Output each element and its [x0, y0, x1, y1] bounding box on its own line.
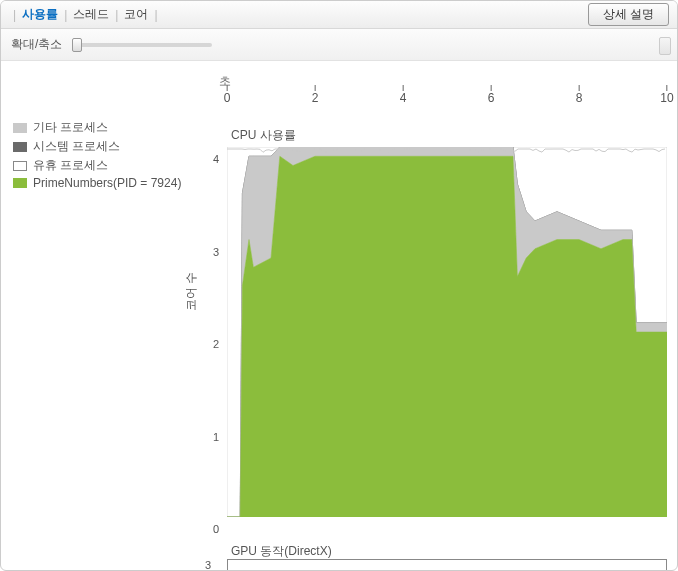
- xtick: 6: [488, 85, 495, 105]
- legend-item-idle: 유휴 프로세스: [13, 157, 203, 174]
- gpu-chart: GPU 동작(DirectX) 3: [219, 543, 667, 571]
- xaxis-ticks: 0246810: [227, 85, 667, 103]
- gpu-chart-title: GPU 동작(DirectX): [231, 543, 332, 560]
- tab-usage[interactable]: 사용률: [20, 4, 60, 25]
- legend-swatch-prime: [13, 178, 27, 188]
- tab-separator: |: [9, 8, 20, 22]
- content-area: 기타 프로세스 시스템 프로세스 유휴 프로세스 PrimeNumbers(PI…: [1, 61, 677, 570]
- xtick: 0: [224, 85, 231, 105]
- xtick: 8: [576, 85, 583, 105]
- yaxis-ticks: 01234: [205, 147, 219, 517]
- tab-separator: |: [111, 8, 122, 22]
- cpu-chart-title: CPU 사용률: [231, 127, 296, 144]
- legend-swatch-system: [13, 142, 27, 152]
- ytick: 1: [205, 431, 219, 443]
- legend: 기타 프로세스 시스템 프로세스 유휴 프로세스 PrimeNumbers(PI…: [13, 119, 203, 192]
- toolbar: | 사용률 | 스레드 | 코어 | 상세 설명: [1, 1, 677, 29]
- legend-item-system: 시스템 프로세스: [13, 138, 203, 155]
- legend-swatch-idle: [13, 161, 27, 171]
- gpu-plot-svg: [228, 560, 666, 571]
- view-tabs: | 사용률 | 스레드 | 코어 |: [9, 4, 162, 25]
- vertical-scrollbar[interactable]: [659, 37, 671, 55]
- cpu-plot[interactable]: [227, 147, 667, 517]
- legend-item-other: 기타 프로세스: [13, 119, 203, 136]
- ytick: 4: [205, 153, 219, 165]
- ytick: 0: [205, 523, 219, 535]
- xtick: 10: [660, 85, 673, 105]
- ytick: 3: [205, 246, 219, 258]
- legend-label: 시스템 프로세스: [33, 138, 120, 155]
- zoom-slider-thumb[interactable]: [72, 38, 82, 52]
- tab-separator: |: [150, 8, 161, 22]
- zoom-bar: 확대/축소: [1, 29, 677, 61]
- ytick: 2: [205, 338, 219, 350]
- legend-label: PrimeNumbers(PID = 7924): [33, 176, 181, 190]
- zoom-label: 확대/축소: [11, 36, 62, 53]
- legend-label: 기타 프로세스: [33, 119, 108, 136]
- tab-separator: |: [60, 8, 71, 22]
- tab-cores[interactable]: 코어: [122, 4, 150, 25]
- gpu-plot[interactable]: [227, 559, 667, 571]
- detail-button[interactable]: 상세 설명: [588, 3, 669, 26]
- legend-item-prime: PrimeNumbers(PID = 7924): [13, 176, 203, 190]
- xtick: 2: [312, 85, 319, 105]
- cpu-plot-svg: [227, 147, 667, 517]
- gpu-ytick: 3: [205, 559, 211, 571]
- xtick: 4: [400, 85, 407, 105]
- legend-label: 유휴 프로세스: [33, 157, 108, 174]
- cpu-yaxis-title: 코어 수: [183, 272, 200, 311]
- cpu-chart: 초 0246810 CPU 사용률 코어 수 01234: [219, 61, 667, 541]
- profiler-window: | 사용률 | 스레드 | 코어 | 상세 설명 확대/축소 기타 프로세스 시…: [0, 0, 678, 571]
- tab-threads[interactable]: 스레드: [71, 4, 111, 25]
- legend-swatch-other: [13, 123, 27, 133]
- zoom-slider[interactable]: [72, 43, 212, 47]
